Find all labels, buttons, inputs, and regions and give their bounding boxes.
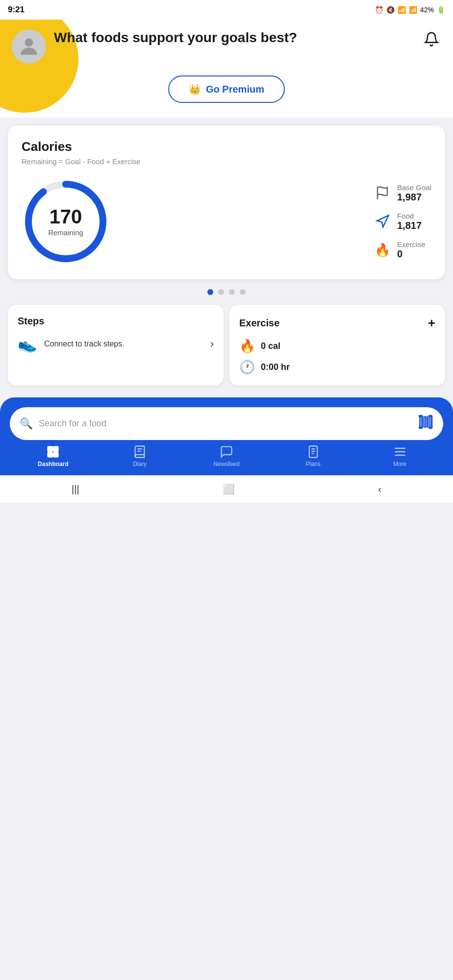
food-label: Food: [397, 212, 422, 220]
remaining-calories: 170: [48, 207, 83, 226]
base-goal-label: Base Goal: [397, 183, 431, 192]
search-placeholder[interactable]: Search for a food: [39, 418, 412, 429]
exercise-card-title: Exercise +: [239, 316, 435, 331]
android-recent-icon[interactable]: ‹: [378, 484, 381, 495]
bell-icon[interactable]: [422, 29, 441, 52]
svg-rect-10: [419, 416, 423, 417]
android-home-icon[interactable]: ⬜: [223, 483, 235, 495]
steps-label: Steps: [18, 316, 44, 327]
svg-rect-14: [48, 447, 52, 451]
exercise-time-value: 0:00 hr: [261, 362, 290, 372]
dot-2[interactable]: [218, 289, 224, 295]
bottom-nav: Dashboard Diary Newsfeed Plans: [10, 440, 443, 470]
android-nav: ||| ⬜ ‹: [0, 475, 453, 503]
nav-diary[interactable]: Diary: [97, 445, 183, 467]
search-icon: 🔍: [20, 417, 33, 430]
status-time: 9:21: [8, 5, 25, 15]
android-back-icon[interactable]: |||: [72, 484, 79, 495]
calorie-title: Calories: [22, 139, 431, 154]
nav-newsfeed-label: Newsfeed: [213, 461, 239, 467]
svg-rect-13: [429, 427, 432, 429]
shoe-icon: 👟: [18, 335, 37, 353]
steps-arrow: ›: [210, 338, 214, 350]
mute-icon: 🔇: [386, 6, 395, 14]
steps-content[interactable]: 👟 Connect to track steps. ›: [18, 335, 214, 353]
page-dots: [0, 279, 453, 305]
wifi-icon: 📶: [398, 6, 406, 14]
plans-icon: [306, 445, 320, 459]
donut-center: 170 Remaining: [48, 207, 83, 237]
exercise-info: Exercise 0: [397, 240, 426, 260]
premium-label: Go Premium: [206, 84, 264, 95]
page-title: What foods support your goals best?: [54, 29, 422, 46]
svg-point-0: [25, 38, 33, 47]
avatar-icon: [17, 34, 41, 59]
exercise-label: Exercise: [397, 240, 426, 248]
food-value: 1,817: [397, 220, 422, 231]
more-icon: [393, 445, 407, 459]
dot-1[interactable]: [207, 289, 213, 295]
food-info: Food 1,817: [397, 212, 422, 231]
nav-more-label: More: [393, 461, 406, 467]
calorie-card: Calories Remaining = Goal - Food + Exerc…: [8, 125, 445, 279]
nav-plans-label: Plans: [306, 461, 321, 467]
exercise-card: Exercise + 🔥 0 cal 🕐 0:00 hr: [229, 305, 445, 386]
header-section: What foods support your goals best? 👑 Go…: [0, 20, 453, 118]
nav-dashboard[interactable]: Dashboard: [10, 445, 97, 467]
svg-rect-18: [309, 446, 317, 457]
header-text: What foods support your goals best?: [54, 29, 422, 46]
svg-rect-15: [54, 447, 58, 451]
barcode-icon[interactable]: [418, 414, 433, 433]
svg-rect-4: [420, 416, 421, 427]
svg-rect-9: [431, 416, 432, 427]
svg-rect-8: [429, 416, 430, 427]
calorie-subtitle: Remaining = Goal - Food + Exercise: [22, 157, 431, 166]
base-goal-row: Base Goal 1,987: [374, 183, 431, 203]
remaining-label: Remaining: [48, 228, 83, 237]
calorie-stats: Base Goal 1,987 Food 1,817: [374, 183, 431, 260]
add-exercise-button[interactable]: +: [428, 316, 435, 331]
dot-4[interactable]: [240, 289, 246, 295]
exercise-row: 🔥 Exercise 0: [374, 240, 431, 260]
status-bar: 9:21 ⏰ 🔇 📶 📶 42% 🔋: [0, 0, 453, 20]
nav-dashboard-label: Dashboard: [38, 461, 69, 467]
nav-newsfeed[interactable]: Newsfeed: [183, 445, 270, 467]
search-section: 🔍 Search for a food: [0, 397, 453, 475]
newsfeed-icon: [220, 445, 233, 459]
battery-icon: 🔋: [437, 6, 445, 14]
svg-rect-6: [424, 416, 426, 427]
exercise-cal-row: 🔥 0 cal: [239, 339, 435, 354]
header-top: What foods support your goals best?: [12, 29, 441, 64]
exercise-icon: 🔥: [374, 241, 391, 259]
battery-text: 42%: [420, 6, 434, 14]
svg-rect-16: [48, 452, 52, 457]
nav-plans[interactable]: Plans: [270, 445, 356, 467]
exercise-card-label: Exercise: [239, 318, 279, 329]
svg-rect-7: [427, 416, 428, 427]
food-row: Food 1,817: [374, 212, 431, 231]
svg-rect-17: [54, 452, 58, 457]
nav-more[interactable]: More: [356, 445, 443, 467]
signal-icon: 📶: [409, 6, 417, 14]
dot-3[interactable]: [229, 289, 235, 295]
premium-button[interactable]: 👑 Go Premium: [168, 75, 285, 103]
dashboard-icon: [46, 445, 60, 459]
alarm-icon: ⏰: [375, 6, 383, 14]
exercise-time-row: 🕐 0:00 hr: [239, 360, 435, 375]
exercise-value: 0: [397, 248, 426, 260]
svg-rect-11: [419, 427, 423, 429]
donut-chart: 170 Remaining: [22, 177, 110, 266]
svg-rect-12: [429, 416, 432, 417]
calorie-content: 170 Remaining Base Goal 1,987: [22, 177, 431, 266]
search-bar[interactable]: 🔍 Search for a food: [10, 407, 443, 440]
exercise-cal-value: 0 cal: [261, 341, 280, 351]
diary-icon: [133, 445, 147, 459]
base-goal-value: 1,987: [397, 192, 431, 203]
svg-rect-5: [422, 416, 423, 427]
clock-icon: 🕐: [239, 360, 255, 375]
status-icons: ⏰ 🔇 📶 📶 42% 🔋: [375, 6, 445, 14]
base-goal-info: Base Goal 1,987: [397, 183, 431, 203]
steps-connect-text: Connect to track steps.: [44, 339, 125, 349]
food-icon: [374, 213, 391, 230]
avatar[interactable]: [12, 29, 46, 64]
